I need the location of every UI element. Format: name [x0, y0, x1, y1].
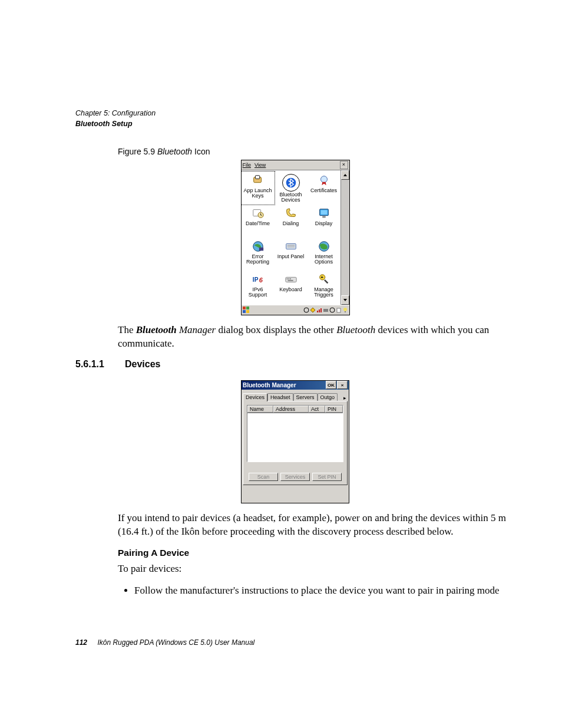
scroll-up-icon[interactable] — [341, 170, 349, 180]
services-button[interactable]: Services — [280, 473, 310, 481]
cp-item-error-reporting[interactable]: Error Reporting — [242, 238, 275, 271]
svg-point-30 — [304, 308, 309, 312]
svg-rect-26 — [243, 307, 246, 309]
tab-outgoing[interactable]: Outgo — [318, 393, 338, 401]
bluetooth-manager-window: Bluetooth Manager OK × Devices Headset S… — [241, 380, 349, 503]
cp-item-display[interactable]: Display — [308, 205, 340, 238]
page-footer: 112 Ikôn Rugged PDA (Windows CE 5.0) Use… — [75, 638, 254, 647]
keyboard-icon — [285, 273, 297, 286]
scroll-down-icon[interactable] — [341, 295, 349, 305]
bullet-list: Follow the manufacturer's instructions t… — [118, 584, 515, 598]
footer-title: Ikôn Rugged PDA (Windows CE 5.0) User Ma… — [97, 638, 254, 647]
keys-icon — [252, 174, 265, 187]
tab-servers[interactable]: Servers — [293, 393, 318, 401]
control-panel-grid: App Launch Keys Bluetooth Devices Certif… — [242, 170, 340, 305]
ok-button[interactable]: OK — [326, 381, 336, 389]
tab-strip: Devices Headset Servers Outgo ▸ — [242, 390, 349, 401]
scrollbar[interactable] — [340, 170, 349, 305]
body-paragraph: The Bluetooth Manager dialog box display… — [118, 324, 515, 351]
svg-rect-11 — [286, 243, 296, 249]
cp-item-certificates[interactable]: Certificates — [308, 172, 340, 205]
cp-item-app-launch-keys[interactable]: App Launch Keys — [242, 172, 275, 205]
phone-icon — [285, 207, 297, 220]
cp-item-input-panel[interactable]: Input Panel — [275, 238, 308, 271]
input-panel-icon — [285, 240, 297, 253]
running-header: Chapter 5: Configuration Bluetooth Setup — [75, 108, 515, 129]
internet-icon — [318, 240, 330, 253]
svg-marker-24 — [343, 174, 347, 176]
col-address[interactable]: Address — [273, 406, 309, 413]
page-number: 112 — [75, 638, 87, 647]
trigger-icon: + — [318, 273, 330, 286]
heading-pairing: Pairing A Device — [118, 547, 515, 559]
svg-rect-31 — [317, 311, 318, 312]
svg-text:+: + — [320, 275, 323, 280]
col-pin[interactable]: PIN — [325, 406, 343, 413]
svg-rect-17 — [285, 277, 296, 282]
svg-rect-32 — [319, 309, 320, 312]
system-tray — [303, 307, 348, 313]
cp-item-dialing[interactable]: Dialing — [275, 205, 308, 238]
col-name[interactable]: Name — [247, 406, 273, 413]
svg-rect-36 — [337, 308, 340, 312]
svg-rect-33 — [320, 308, 322, 312]
tab-headset[interactable]: Headset — [267, 393, 293, 401]
svg-rect-27 — [246, 307, 249, 309]
svg-rect-28 — [243, 310, 246, 313]
svg-point-35 — [330, 308, 335, 312]
heading-devices: 5.6.1.1 Devices — [75, 359, 515, 370]
tray-icon[interactable] — [310, 307, 316, 313]
tray-icon[interactable] — [303, 307, 309, 313]
set-pin-button[interactable]: Set PIN — [312, 473, 342, 481]
svg-rect-1 — [255, 176, 259, 179]
cp-item-manage-triggers[interactable]: + Manage Triggers — [308, 271, 340, 304]
svg-rect-29 — [246, 310, 249, 313]
svg-rect-34 — [323, 309, 328, 312]
svg-rect-20 — [290, 278, 291, 279]
tray-icon[interactable] — [323, 307, 329, 313]
svg-rect-10 — [259, 248, 263, 251]
titlebar: Bluetooth Manager OK × — [242, 381, 349, 390]
taskbar — [242, 305, 349, 315]
body-paragraph: If you intend to pair devices (a headset… — [118, 512, 515, 539]
globe-error-icon — [252, 240, 265, 253]
tray-icon[interactable] — [329, 307, 335, 313]
list-item: Follow the manufacturer's instructions t… — [134, 584, 515, 598]
cp-item-bluetooth[interactable]: Bluetooth Devices — [275, 172, 308, 205]
bluetooth-circle-icon — [282, 174, 300, 192]
menubar: File View × — [242, 160, 349, 170]
list-header: Name Address Act PIN — [247, 406, 343, 413]
svg-rect-21 — [287, 280, 293, 281]
figure-caption: Figure 5.9 Bluetooth Icon — [118, 147, 515, 156]
section-line: Bluetooth Setup — [75, 119, 515, 129]
cp-item-ipv6[interactable]: IP6 IPv6 Support — [242, 271, 275, 304]
start-icon[interactable] — [243, 307, 250, 314]
tab-pane: Name Address Act PIN Scan Services Set P… — [243, 401, 348, 485]
menu-file[interactable]: File — [243, 162, 252, 168]
cp-item-datetime[interactable]: Date/Time — [242, 205, 275, 238]
tray-signal-icon[interactable] — [316, 307, 322, 313]
tab-scroll-right-icon[interactable]: ▸ — [342, 395, 348, 401]
tray-lightbulb-icon[interactable] — [342, 307, 348, 313]
svg-rect-8 — [322, 216, 326, 218]
svg-rect-38 — [345, 311, 346, 312]
col-act[interactable]: Act — [309, 406, 325, 413]
cp-item-internet-options[interactable]: Internet Options — [308, 238, 340, 271]
svg-point-3 — [320, 176, 327, 182]
tab-devices[interactable]: Devices — [243, 393, 267, 401]
svg-text:6: 6 — [259, 276, 263, 283]
cp-item-keyboard[interactable]: Keyboard — [275, 271, 308, 304]
close-icon[interactable]: × — [340, 161, 348, 169]
ipv6-icon: IP6 — [252, 273, 265, 286]
certificate-icon — [318, 174, 330, 187]
bluetooth-icon — [285, 177, 297, 189]
svg-rect-19 — [288, 278, 289, 279]
tray-icon[interactable] — [336, 307, 342, 313]
close-icon[interactable]: × — [337, 381, 348, 389]
svg-rect-18 — [286, 278, 287, 279]
device-list[interactable]: Name Address Act PIN — [247, 405, 343, 462]
scan-button[interactable]: Scan — [249, 473, 278, 481]
svg-marker-25 — [343, 299, 347, 301]
body-paragraph: To pair devices: — [118, 562, 515, 576]
menu-view[interactable]: View — [254, 162, 266, 168]
